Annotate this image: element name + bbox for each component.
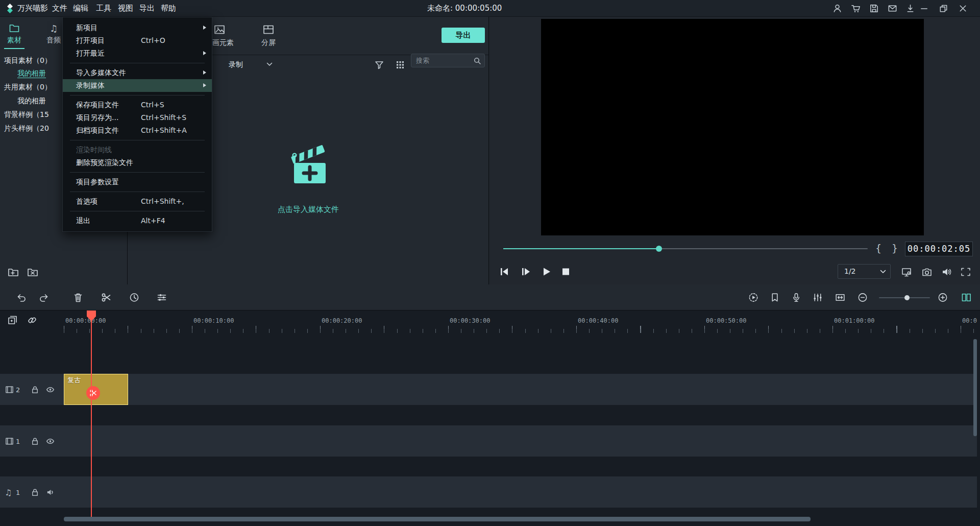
chevron-down-icon[interactable] [266,62,273,66]
voiceover-mic-icon[interactable] [791,292,802,303]
grid-view-icon[interactable] [395,60,405,70]
video-track-icon [5,385,14,394]
fit-timeline-icon[interactable] [835,292,846,303]
menubar-item-view[interactable]: 视图 [118,0,133,17]
lock-track-icon[interactable] [31,488,39,496]
split-scissors-icon[interactable] [101,292,112,303]
bin-background-samples[interactable]: 背景样例（15 [4,109,49,119]
cut-scissors-badge[interactable] [86,386,100,400]
play-icon[interactable] [541,267,552,277]
video-viewport[interactable] [541,19,924,235]
mute-speaker-icon[interactable] [46,488,55,496]
download-icon[interactable] [905,3,916,14]
next-frame-icon[interactable] [520,267,531,277]
mark-in-icon[interactable]: { [875,243,881,254]
timeline-zoom-slider[interactable] [879,297,930,298]
lock-track-icon[interactable] [31,437,39,445]
track-video-2[interactable]: 2 [0,374,977,405]
link-clips-icon[interactable] [27,315,38,326]
restore-window-icon[interactable] [938,3,949,14]
bin-my-album[interactable]: 我的相册 [17,95,46,106]
category-dropdown[interactable]: 录制 [229,58,243,70]
menu-item-import-media[interactable]: 导入多媒体文件 [63,66,212,79]
menu-item-save-project[interactable]: 保存项目文件 Ctrl+S [63,99,212,111]
tab-split-screen[interactable]: 分屏 [261,23,276,47]
ruler-label: 00:00:10:00 [193,317,234,324]
previous-frame-icon[interactable] [499,267,510,277]
zoom-out-icon[interactable] [857,292,868,303]
menu-item-project-settings[interactable]: 项目参数设置 [63,176,212,188]
menubar-item-help[interactable]: 帮助 [161,0,176,17]
fullscreen-icon[interactable] [960,267,971,277]
clapperboard-icon[interactable] [284,137,335,188]
ruler-minor-ticks[interactable] [64,329,980,333]
search-icon[interactable] [473,57,481,65]
timeline-horizontal-scrollbar[interactable] [64,517,811,521]
filter-icon[interactable] [374,60,384,70]
render-preview-icon[interactable] [748,292,759,303]
bin-intro-samples[interactable]: 片头样例（20 [4,123,49,133]
redo-icon[interactable] [39,292,50,303]
save-icon[interactable] [869,3,879,14]
menu-item-save-project-as[interactable]: 项目另存为... Ctrl+Shift+S [63,111,212,124]
timeline-clip[interactable]: 复古 [64,374,128,405]
active-tab-underline [4,48,24,49]
display-settings-icon[interactable] [901,267,912,277]
adjust-settings-icon[interactable] [157,292,167,303]
playhead-line[interactable] [91,310,92,517]
menu-item-archive-project[interactable]: 归档项目文件 Ctrl+Shift+A [63,124,212,137]
menu-item-open-recent[interactable]: 打开最近 [63,47,212,60]
stop-icon[interactable] [560,267,571,277]
bin-shared-media[interactable]: 共用素材（0） [4,82,52,92]
ruler-label: 00:00:30:00 [450,317,490,324]
track-audio-1[interactable]: ♫ 1 [0,476,977,508]
marker-icon[interactable] [770,292,780,303]
tab-media-library[interactable]: 素材 [0,22,29,45]
close-window-icon[interactable] [958,3,968,14]
import-media-hint[interactable]: 点击导入媒体文件 [278,205,339,214]
menu-item-new-project[interactable]: 新项目 [63,21,212,34]
bin-project-media[interactable]: 项目素材（0） [4,55,52,65]
toggle-visibility-eye-icon[interactable] [46,385,55,394]
zoom-in-icon[interactable] [938,292,948,303]
speaker-icon[interactable] [941,267,952,277]
bin-my-album-selected[interactable]: 我的相册 [17,68,46,78]
lock-track-icon[interactable] [31,385,39,394]
seekbar-handle[interactable] [656,246,662,252]
delete-icon[interactable] [73,292,84,303]
timeline-zoom-handle[interactable] [904,295,910,300]
search-input[interactable] [415,55,470,66]
track-video-1[interactable]: 1 [0,425,977,457]
menu-item-delete-render-files[interactable]: 删除预览渲染文件 [63,156,212,169]
undo-icon[interactable] [16,292,27,303]
minimize-icon[interactable] [919,3,929,14]
menubar-item-export[interactable]: 导出 [139,0,155,17]
timeline-vertical-scrollbar[interactable] [973,339,977,436]
add-folder-icon[interactable] [7,267,19,278]
account-icon[interactable] [832,3,843,14]
preview-zoom-dropdown[interactable]: 1/2 [838,264,891,279]
render-duration-icon[interactable] [129,292,140,303]
menu-item-record-media[interactable]: 录制媒体 [63,79,212,92]
mark-out-icon[interactable]: } [892,243,898,254]
menubar-item-edit[interactable]: 编辑 [73,0,88,17]
menubar-item-file[interactable]: 文件 [52,0,67,17]
menu-item-preferences[interactable]: 首选项 Ctrl+Shift+, [63,195,212,208]
ruler-label: 00:00:20:00 [322,317,362,324]
manage-tracks-icon[interactable] [7,315,18,326]
delete-folder-icon[interactable] [27,267,39,278]
menu-item-exit[interactable]: 退出 Alt+F4 [63,214,212,227]
seekbar[interactable] [503,248,868,249]
audio-mixer-icon[interactable] [813,292,823,303]
snapshot-camera-icon[interactable] [921,267,933,277]
dual-view-icon[interactable] [961,292,972,303]
search-box [411,54,485,67]
menu-item-open-project[interactable]: 打开项目 Ctrl+O [63,34,212,47]
app-name: 万兴喵影 [17,0,48,17]
menubar-item-tools[interactable]: 工具 [96,0,111,17]
cart-icon[interactable] [850,3,861,14]
export-button[interactable]: 导出 [442,28,485,43]
mail-icon[interactable] [887,3,898,14]
menu-shortcut: Ctrl+Shift+A [141,124,187,137]
toggle-visibility-eye-icon[interactable] [46,437,55,445]
